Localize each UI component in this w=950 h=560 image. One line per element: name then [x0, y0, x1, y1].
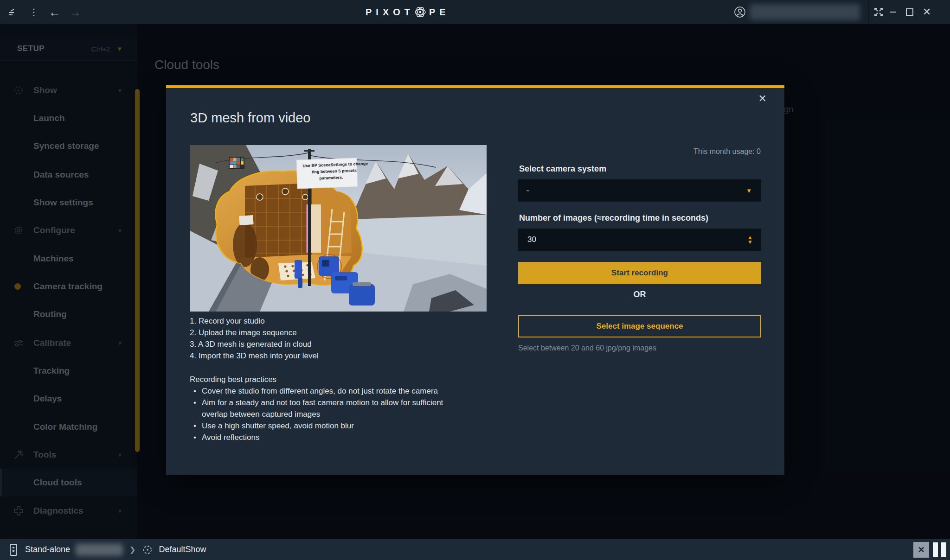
- color-checker-chart: [229, 157, 244, 169]
- studio-scan-image: Use BP SceneSettings to change ting betw…: [190, 145, 487, 312]
- atom-icon: [412, 4, 428, 20]
- app-window: ⋮ ← → PIXOT PE: [0, 0, 950, 560]
- monthly-usage-label: This month usage: 0: [693, 147, 761, 156]
- logo-text-right: PE: [429, 7, 450, 18]
- redacted-machine-detail: [76, 544, 123, 556]
- step-4: 4. Import the 3D mesh into your level: [190, 350, 319, 362]
- camera-system-select[interactable]: - ▼: [518, 179, 761, 202]
- forward-arrow-icon[interactable]: →: [67, 0, 83, 24]
- stop-show-button[interactable]: ✕: [913, 542, 929, 558]
- breadcrumb-chevron-icon: ❯: [129, 545, 135, 554]
- pause-icon[interactable]: [933, 542, 946, 557]
- machine-name-label[interactable]: Stand-alone: [25, 545, 70, 554]
- back-arrow-icon[interactable]: ←: [46, 0, 63, 24]
- best-practices-list: Cover the studio from different angles, …: [190, 385, 471, 443]
- camera-system-value: -: [526, 186, 746, 195]
- select-image-sequence-button[interactable]: Select image sequence: [518, 315, 761, 337]
- start-recording-button[interactable]: Start recording: [518, 262, 761, 284]
- maximize-button[interactable]: [902, 0, 918, 24]
- num-images-label: Number of images (≈recording time in sec…: [519, 213, 708, 223]
- close-dialog-icon[interactable]: ✕: [758, 94, 767, 104]
- titlebar-separator: [868, 0, 869, 24]
- status-bar: Stand-alone ❯ DefaultShow ✕: [0, 539, 950, 560]
- close-window-button[interactable]: ✕: [918, 0, 935, 24]
- stepper-arrows-icon[interactable]: ▲▼: [747, 235, 753, 244]
- minimize-button[interactable]: [885, 0, 901, 24]
- more-menu-icon[interactable]: ⋮: [27, 0, 41, 24]
- show-target-icon: [142, 544, 153, 555]
- dropdown-caret-icon: ▼: [746, 187, 752, 194]
- num-images-input[interactable]: [526, 235, 747, 245]
- expand-window-icon[interactable]: [871, 0, 886, 24]
- show-name-label[interactable]: DefaultShow: [159, 545, 206, 554]
- best-practice-item: Use a high shutter speed, avoid motion b…: [202, 420, 471, 432]
- dialog-title: 3D mesh from video: [190, 110, 311, 126]
- step-2: 2. Upload the image sequence: [190, 327, 319, 338]
- camera-system-label: Select camera system: [519, 164, 606, 174]
- mesh-from-video-dialog: ✕ 3D mesh from video: [166, 85, 784, 475]
- best-practice-item: Aim for a steady and not too fast camera…: [202, 397, 471, 420]
- pixotope-logo: PIXOT PE: [366, 0, 450, 24]
- workflow-steps: 1. Record your studio 2. Upload the imag…: [190, 315, 319, 362]
- user-account-icon[interactable]: [732, 0, 748, 24]
- best-practices-title: Recording best practices: [190, 374, 276, 385]
- redacted-username: [750, 4, 860, 20]
- or-separator-label: OR: [518, 290, 761, 299]
- step-1: 1. Record your studio: [190, 315, 319, 327]
- svg-text:parameters.: parameters.: [319, 175, 343, 181]
- best-practice-item: Avoid reflections: [202, 432, 471, 443]
- collapse-sidebar-icon[interactable]: [6, 0, 21, 24]
- num-images-field: ▲▼: [518, 229, 761, 251]
- logo-text-left: PIXOT: [366, 7, 414, 18]
- title-bar: ⋮ ← → PIXOT PE: [0, 0, 950, 24]
- best-practice-item: Cover the studio from different angles, …: [202, 385, 471, 397]
- machine-icon: [8, 543, 19, 556]
- step-3: 3. A 3D mesh is generated in cloud: [190, 338, 319, 350]
- image-count-hint: Select between 20 and 60 jpg/png images: [518, 344, 656, 352]
